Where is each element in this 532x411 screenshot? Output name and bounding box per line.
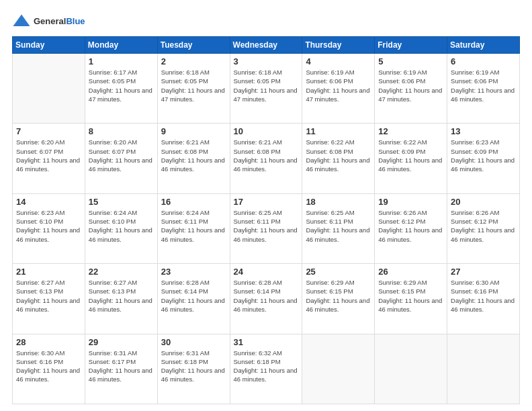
calendar-cell: 6 Sunrise: 6:19 AM Sunset: 6:06 PM Dayli… xyxy=(447,54,520,124)
day-number: 8 xyxy=(89,126,154,136)
day-number: 15 xyxy=(89,197,154,207)
calendar-cell xyxy=(302,334,375,404)
calendar-table: SundayMondayTuesdayWednesdayThursdayFrid… xyxy=(12,36,520,404)
day-number: 16 xyxy=(161,197,227,207)
day-number: 22 xyxy=(89,267,154,277)
day-info: Sunrise: 6:27 AM Sunset: 6:13 PM Dayligh… xyxy=(89,278,154,314)
calendar-week-row: 28 Sunrise: 6:30 AM Sunset: 6:16 PM Dayl… xyxy=(13,334,520,404)
calendar-cell: 30 Sunrise: 6:31 AM Sunset: 6:18 PM Dayl… xyxy=(157,334,230,404)
calendar-cell: 23 Sunrise: 6:28 AM Sunset: 6:14 PM Dayl… xyxy=(157,264,230,334)
calendar-cell: 3 Sunrise: 6:18 AM Sunset: 6:05 PM Dayli… xyxy=(230,54,302,124)
calendar-week-row: 21 Sunrise: 6:27 AM Sunset: 6:13 PM Dayl… xyxy=(13,264,520,334)
day-number: 3 xyxy=(234,56,300,66)
day-info: Sunrise: 6:29 AM Sunset: 6:15 PM Dayligh… xyxy=(378,278,444,314)
calendar-cell: 18 Sunrise: 6:25 AM Sunset: 6:11 PM Dayl… xyxy=(302,193,375,263)
day-number: 14 xyxy=(16,197,82,207)
calendar-cell: 4 Sunrise: 6:19 AM Sunset: 6:06 PM Dayli… xyxy=(302,54,375,124)
logo-general: General xyxy=(34,16,66,26)
calendar-header-friday: Friday xyxy=(375,37,447,54)
logo-icon xyxy=(12,12,31,31)
day-number: 5 xyxy=(378,56,444,66)
calendar-cell: 14 Sunrise: 6:23 AM Sunset: 6:10 PM Dayl… xyxy=(13,193,85,263)
day-number: 29 xyxy=(89,337,154,347)
calendar-cell: 9 Sunrise: 6:21 AM Sunset: 6:08 PM Dayli… xyxy=(157,124,230,193)
day-info: Sunrise: 6:20 AM Sunset: 6:07 PM Dayligh… xyxy=(89,138,154,173)
day-number: 13 xyxy=(451,126,517,136)
day-number: 25 xyxy=(306,267,371,277)
day-info: Sunrise: 6:26 AM Sunset: 6:12 PM Dayligh… xyxy=(451,208,517,244)
day-number: 20 xyxy=(451,197,517,207)
calendar-week-row: 14 Sunrise: 6:23 AM Sunset: 6:10 PM Dayl… xyxy=(13,193,520,263)
day-info: Sunrise: 6:22 AM Sunset: 6:09 PM Dayligh… xyxy=(378,138,444,173)
day-number: 9 xyxy=(161,126,227,136)
calendar-cell: 29 Sunrise: 6:31 AM Sunset: 6:17 PM Dayl… xyxy=(85,334,157,404)
calendar-header-saturday: Saturday xyxy=(447,37,520,54)
day-info: Sunrise: 6:23 AM Sunset: 6:10 PM Dayligh… xyxy=(16,208,82,244)
day-info: Sunrise: 6:28 AM Sunset: 6:14 PM Dayligh… xyxy=(234,278,300,314)
calendar-week-row: 1 Sunrise: 6:17 AM Sunset: 6:05 PM Dayli… xyxy=(13,54,520,124)
day-number: 12 xyxy=(378,126,444,136)
day-info: Sunrise: 6:18 AM Sunset: 6:05 PM Dayligh… xyxy=(234,68,300,103)
calendar-week-row: 7 Sunrise: 6:20 AM Sunset: 6:07 PM Dayli… xyxy=(13,124,520,193)
day-info: Sunrise: 6:24 AM Sunset: 6:10 PM Dayligh… xyxy=(89,208,154,244)
calendar-header-wednesday: Wednesday xyxy=(230,37,302,54)
calendar-cell: 19 Sunrise: 6:26 AM Sunset: 6:12 PM Dayl… xyxy=(375,193,447,263)
calendar-cell: 24 Sunrise: 6:28 AM Sunset: 6:14 PM Dayl… xyxy=(230,264,302,334)
day-number: 31 xyxy=(234,337,300,347)
day-info: Sunrise: 6:31 AM Sunset: 6:18 PM Dayligh… xyxy=(161,349,227,384)
day-number: 7 xyxy=(16,126,82,136)
calendar-header-sunday: Sunday xyxy=(13,37,85,54)
day-info: Sunrise: 6:18 AM Sunset: 6:05 PM Dayligh… xyxy=(161,68,227,103)
calendar-cell: 7 Sunrise: 6:20 AM Sunset: 6:07 PM Dayli… xyxy=(13,124,85,193)
day-number: 27 xyxy=(451,267,517,277)
logo-text: GeneralBlue xyxy=(34,16,85,27)
calendar-cell: 22 Sunrise: 6:27 AM Sunset: 6:13 PM Dayl… xyxy=(85,264,157,334)
day-number: 23 xyxy=(161,267,227,277)
logo-blue: Blue xyxy=(66,16,85,26)
calendar-cell: 12 Sunrise: 6:22 AM Sunset: 6:09 PM Dayl… xyxy=(375,124,447,193)
calendar-cell: 26 Sunrise: 6:29 AM Sunset: 6:15 PM Dayl… xyxy=(375,264,447,334)
calendar-cell xyxy=(447,334,520,404)
day-number: 19 xyxy=(378,197,444,207)
calendar-cell: 25 Sunrise: 6:29 AM Sunset: 6:15 PM Dayl… xyxy=(302,264,375,334)
calendar-header-monday: Monday xyxy=(85,37,157,54)
day-info: Sunrise: 6:25 AM Sunset: 6:11 PM Dayligh… xyxy=(306,208,371,244)
calendar-cell: 31 Sunrise: 6:32 AM Sunset: 6:18 PM Dayl… xyxy=(230,334,302,404)
calendar-cell: 21 Sunrise: 6:27 AM Sunset: 6:13 PM Dayl… xyxy=(13,264,85,334)
calendar-cell: 27 Sunrise: 6:30 AM Sunset: 6:16 PM Dayl… xyxy=(447,264,520,334)
day-info: Sunrise: 6:17 AM Sunset: 6:05 PM Dayligh… xyxy=(89,68,154,103)
calendar-cell: 8 Sunrise: 6:20 AM Sunset: 6:07 PM Dayli… xyxy=(85,124,157,193)
day-info: Sunrise: 6:30 AM Sunset: 6:16 PM Dayligh… xyxy=(451,278,517,314)
day-number: 24 xyxy=(234,267,300,277)
day-info: Sunrise: 6:29 AM Sunset: 6:15 PM Dayligh… xyxy=(306,278,371,314)
calendar-header-tuesday: Tuesday xyxy=(157,37,230,54)
calendar-cell: 11 Sunrise: 6:22 AM Sunset: 6:08 PM Dayl… xyxy=(302,124,375,193)
day-info: Sunrise: 6:19 AM Sunset: 6:06 PM Dayligh… xyxy=(451,68,517,103)
calendar-cell: 10 Sunrise: 6:21 AM Sunset: 6:08 PM Dayl… xyxy=(230,124,302,193)
day-info: Sunrise: 6:20 AM Sunset: 6:07 PM Dayligh… xyxy=(16,138,82,173)
calendar-cell: 1 Sunrise: 6:17 AM Sunset: 6:05 PM Dayli… xyxy=(85,54,157,124)
day-number: 11 xyxy=(306,126,371,136)
day-info: Sunrise: 6:21 AM Sunset: 6:08 PM Dayligh… xyxy=(161,138,227,173)
day-number: 10 xyxy=(234,126,300,136)
day-info: Sunrise: 6:31 AM Sunset: 6:17 PM Dayligh… xyxy=(89,349,154,384)
calendar-cell xyxy=(375,334,447,404)
day-number: 18 xyxy=(306,197,371,207)
day-info: Sunrise: 6:30 AM Sunset: 6:16 PM Dayligh… xyxy=(16,349,82,384)
day-info: Sunrise: 6:19 AM Sunset: 6:06 PM Dayligh… xyxy=(378,68,444,103)
header: GeneralBlue xyxy=(12,12,520,31)
day-number: 26 xyxy=(378,267,444,277)
day-info: Sunrise: 6:24 AM Sunset: 6:11 PM Dayligh… xyxy=(161,208,227,244)
calendar-cell xyxy=(13,54,85,124)
day-number: 4 xyxy=(306,56,371,66)
day-number: 1 xyxy=(89,56,154,66)
day-number: 17 xyxy=(234,197,300,207)
day-number: 21 xyxy=(16,267,82,277)
calendar-cell: 16 Sunrise: 6:24 AM Sunset: 6:11 PM Dayl… xyxy=(157,193,230,263)
day-number: 28 xyxy=(16,337,82,347)
calendar-header-thursday: Thursday xyxy=(302,37,375,54)
calendar-cell: 5 Sunrise: 6:19 AM Sunset: 6:06 PM Dayli… xyxy=(375,54,447,124)
day-number: 2 xyxy=(161,56,227,66)
day-info: Sunrise: 6:25 AM Sunset: 6:11 PM Dayligh… xyxy=(234,208,300,244)
day-info: Sunrise: 6:19 AM Sunset: 6:06 PM Dayligh… xyxy=(306,68,371,103)
